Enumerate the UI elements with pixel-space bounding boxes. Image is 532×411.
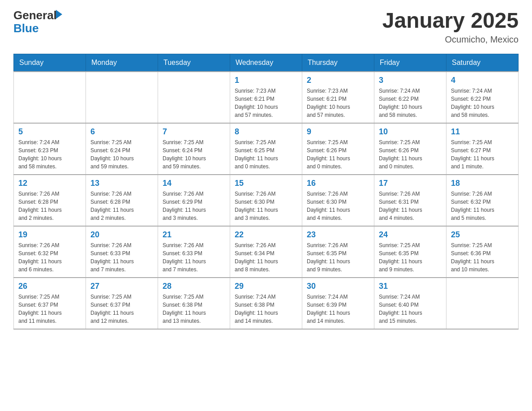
cell-week4-day7: 25Sunrise: 7:25 AM Sunset: 6:36 PM Dayli… — [446, 226, 519, 278]
day-info: Sunrise: 7:25 AM Sunset: 6:26 PM Dayligh… — [307, 138, 369, 171]
day-number: 17 — [379, 179, 442, 188]
day-info: Sunrise: 7:25 AM Sunset: 6:35 PM Dayligh… — [379, 241, 442, 274]
cell-week1-day2 — [86, 72, 158, 123]
logo-arrow-icon — [56, 10, 62, 19]
header: General Blue January 2025 Ocumicho, Mexi… — [13, 9, 519, 45]
day-info: Sunrise: 7:26 AM Sunset: 6:29 PM Dayligh… — [163, 190, 225, 222]
header-saturday: Saturday — [446, 54, 519, 72]
day-info: Sunrise: 7:24 AM Sunset: 6:39 PM Dayligh… — [307, 293, 369, 325]
cell-week3-day5: 16Sunrise: 7:26 AM Sunset: 6:30 PM Dayli… — [302, 175, 374, 226]
day-number: 24 — [379, 230, 442, 240]
week-row-4: 19Sunrise: 7:26 AM Sunset: 6:32 PM Dayli… — [14, 226, 519, 278]
day-number: 19 — [18, 230, 81, 240]
header-tuesday: Tuesday — [158, 54, 230, 72]
day-number: 4 — [451, 76, 514, 85]
day-number: 5 — [18, 127, 81, 137]
week-row-2: 5Sunrise: 7:24 AM Sunset: 6:23 PM Daylig… — [14, 123, 519, 175]
day-info: Sunrise: 7:26 AM Sunset: 6:32 PM Dayligh… — [451, 190, 514, 222]
cell-week2-day4: 8Sunrise: 7:25 AM Sunset: 6:25 PM Daylig… — [230, 123, 302, 175]
day-number: 31 — [379, 282, 442, 291]
day-info: Sunrise: 7:26 AM Sunset: 6:34 PM Dayligh… — [235, 241, 297, 274]
day-info: Sunrise: 7:25 AM Sunset: 6:27 PM Dayligh… — [451, 138, 514, 171]
day-info: Sunrise: 7:26 AM Sunset: 6:28 PM Dayligh… — [90, 190, 153, 222]
cell-week1-day4: 1Sunrise: 7:23 AM Sunset: 6:21 PM Daylig… — [230, 72, 302, 123]
day-number: 13 — [90, 179, 153, 188]
logo-general-text: General — [13, 9, 57, 22]
week-row-5: 26Sunrise: 7:25 AM Sunset: 6:37 PM Dayli… — [14, 278, 519, 329]
day-number: 27 — [90, 282, 153, 291]
day-number: 15 — [235, 179, 297, 188]
cell-week3-day6: 17Sunrise: 7:26 AM Sunset: 6:31 PM Dayli… — [374, 175, 446, 226]
day-info: Sunrise: 7:26 AM Sunset: 6:30 PM Dayligh… — [307, 190, 369, 222]
day-info: Sunrise: 7:24 AM Sunset: 6:22 PM Dayligh… — [379, 87, 442, 119]
cell-week5-day2: 27Sunrise: 7:25 AM Sunset: 6:37 PM Dayli… — [86, 278, 158, 329]
day-number: 10 — [379, 127, 442, 137]
day-info: Sunrise: 7:26 AM Sunset: 6:33 PM Dayligh… — [163, 241, 225, 274]
day-number: 14 — [163, 179, 225, 188]
cell-week2-day5: 9Sunrise: 7:25 AM Sunset: 6:26 PM Daylig… — [302, 123, 374, 175]
logo-blue-text: Blue — [13, 22, 62, 35]
day-number: 29 — [235, 282, 297, 291]
day-info: Sunrise: 7:24 AM Sunset: 6:40 PM Dayligh… — [379, 293, 442, 325]
header-monday: Monday — [86, 54, 158, 72]
cell-week4-day6: 24Sunrise: 7:25 AM Sunset: 6:35 PM Dayli… — [374, 226, 446, 278]
cell-week2-day7: 11Sunrise: 7:25 AM Sunset: 6:27 PM Dayli… — [446, 123, 519, 175]
header-thursday: Thursday — [302, 54, 374, 72]
cell-week4-day2: 20Sunrise: 7:26 AM Sunset: 6:33 PM Dayli… — [86, 226, 158, 278]
header-friday: Friday — [374, 54, 446, 72]
cell-week2-day2: 6Sunrise: 7:25 AM Sunset: 6:24 PM Daylig… — [86, 123, 158, 175]
day-info: Sunrise: 7:25 AM Sunset: 6:25 PM Dayligh… — [235, 138, 297, 171]
day-info: Sunrise: 7:24 AM Sunset: 6:23 PM Dayligh… — [18, 138, 81, 171]
week-row-3: 12Sunrise: 7:26 AM Sunset: 6:28 PM Dayli… — [14, 175, 519, 226]
day-info: Sunrise: 7:26 AM Sunset: 6:32 PM Dayligh… — [18, 241, 81, 274]
day-info: Sunrise: 7:23 AM Sunset: 6:21 PM Dayligh… — [307, 87, 369, 119]
day-number: 3 — [379, 76, 442, 85]
cell-week3-day2: 13Sunrise: 7:26 AM Sunset: 6:28 PM Dayli… — [86, 175, 158, 226]
day-number: 21 — [163, 230, 225, 240]
calendar-title: January 2025 — [382, 9, 519, 33]
day-number: 7 — [163, 127, 225, 137]
day-number: 26 — [18, 282, 81, 291]
day-number: 8 — [235, 127, 297, 137]
day-number: 1 — [235, 76, 297, 85]
cell-week5-day3: 28Sunrise: 7:25 AM Sunset: 6:38 PM Dayli… — [158, 278, 230, 329]
day-number: 6 — [90, 127, 153, 137]
day-number: 30 — [307, 282, 369, 291]
weekday-header-row: SundayMondayTuesdayWednesdayThursdayFrid… — [14, 54, 519, 72]
cell-week1-day1 — [14, 72, 86, 123]
day-info: Sunrise: 7:25 AM Sunset: 6:24 PM Dayligh… — [163, 138, 225, 171]
day-number: 18 — [451, 179, 514, 188]
day-number: 23 — [307, 230, 369, 240]
cell-week1-day5: 2Sunrise: 7:23 AM Sunset: 6:21 PM Daylig… — [302, 72, 374, 123]
day-info: Sunrise: 7:24 AM Sunset: 6:38 PM Dayligh… — [235, 293, 297, 325]
title-area: January 2025 Ocumicho, Mexico — [382, 9, 519, 45]
header-sunday: Sunday — [14, 54, 86, 72]
day-number: 20 — [90, 230, 153, 240]
day-info: Sunrise: 7:24 AM Sunset: 6:22 PM Dayligh… — [451, 87, 514, 119]
day-info: Sunrise: 7:25 AM Sunset: 6:36 PM Dayligh… — [451, 241, 514, 274]
day-number: 25 — [451, 230, 514, 240]
cell-week3-day7: 18Sunrise: 7:26 AM Sunset: 6:32 PM Dayli… — [446, 175, 519, 226]
day-number: 22 — [235, 230, 297, 240]
day-number: 12 — [18, 179, 81, 188]
cell-week1-day6: 3Sunrise: 7:24 AM Sunset: 6:22 PM Daylig… — [374, 72, 446, 123]
cell-week4-day1: 19Sunrise: 7:26 AM Sunset: 6:32 PM Dayli… — [14, 226, 86, 278]
day-info: Sunrise: 7:26 AM Sunset: 6:31 PM Dayligh… — [379, 190, 442, 222]
day-info: Sunrise: 7:26 AM Sunset: 6:35 PM Dayligh… — [307, 241, 369, 274]
day-number: 28 — [163, 282, 225, 291]
cell-week2-day1: 5Sunrise: 7:24 AM Sunset: 6:23 PM Daylig… — [14, 123, 86, 175]
day-info: Sunrise: 7:23 AM Sunset: 6:21 PM Dayligh… — [235, 87, 297, 119]
cell-week2-day6: 10Sunrise: 7:25 AM Sunset: 6:26 PM Dayli… — [374, 123, 446, 175]
cell-week5-day6: 31Sunrise: 7:24 AM Sunset: 6:40 PM Dayli… — [374, 278, 446, 329]
cell-week3-day4: 15Sunrise: 7:26 AM Sunset: 6:30 PM Dayli… — [230, 175, 302, 226]
cell-week5-day7 — [446, 278, 519, 329]
cell-week5-day4: 29Sunrise: 7:24 AM Sunset: 6:38 PM Dayli… — [230, 278, 302, 329]
logo: General Blue — [13, 9, 62, 34]
day-info: Sunrise: 7:25 AM Sunset: 6:38 PM Dayligh… — [163, 293, 225, 325]
day-number: 16 — [307, 179, 369, 188]
header-wednesday: Wednesday — [230, 54, 302, 72]
cell-week5-day5: 30Sunrise: 7:24 AM Sunset: 6:39 PM Dayli… — [302, 278, 374, 329]
day-info: Sunrise: 7:26 AM Sunset: 6:30 PM Dayligh… — [235, 190, 297, 222]
calendar-subtitle: Ocumicho, Mexico — [382, 34, 519, 45]
day-info: Sunrise: 7:25 AM Sunset: 6:24 PM Dayligh… — [90, 138, 153, 171]
